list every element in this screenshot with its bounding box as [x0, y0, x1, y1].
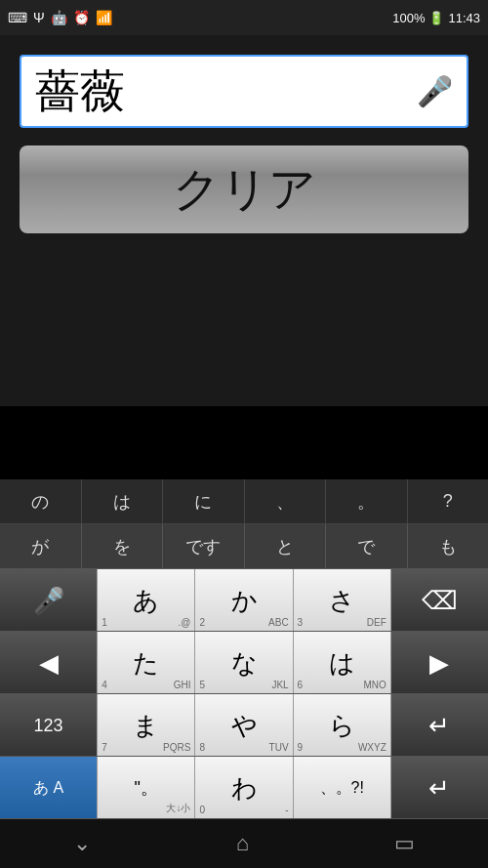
key-な-main: な — [231, 650, 258, 676]
keyboard-area: の は に 、 。 ? が を です と で も 🎤 1 あ .@ 2 か — [0, 479, 488, 819]
key-た[interactable]: 4 た GHI — [98, 632, 195, 693]
main-content-area: 薔薇 🎤 クリア — [0, 35, 488, 406]
suggestion-に[interactable]: に — [163, 479, 245, 523]
quick-suggestion-row: が を です と で も — [0, 524, 488, 569]
key-わ[interactable]: 0 わ - — [195, 757, 293, 818]
time-display: 11:43 — [448, 11, 480, 25]
arrow-left-icon: ◀ — [39, 650, 59, 676]
quick-も[interactable]: も — [408, 524, 489, 568]
bottom-nav: ⌄ ⌂ ▭ — [0, 819, 488, 868]
key-あ-main: あ — [133, 588, 159, 613]
key-ま-main: ま — [133, 713, 159, 738]
key-た-num: 4 — [102, 680, 107, 690]
key-は-main: は — [329, 650, 355, 676]
key-か-main: か — [231, 588, 258, 613]
key-dakuten-main: "。 — [135, 779, 158, 797]
key-か-sub: ABC — [268, 617, 289, 628]
key-さ[interactable]: 3 さ DEF — [294, 569, 391, 631]
key-あ-num: 1 — [102, 617, 107, 628]
key-dakuten-sub: 大↓小 — [166, 802, 190, 815]
key-さ-sub: DEF — [367, 617, 386, 628]
key-や-num: 8 — [199, 742, 205, 753]
home-button[interactable]: ⌂ — [236, 831, 249, 856]
suggestion-question[interactable]: ? — [408, 479, 489, 523]
mic-input-icon[interactable]: 🎤 — [417, 74, 453, 108]
key-row-1: 🎤 1 あ .@ 2 か ABC 3 さ DEF ⌫ — [0, 569, 488, 632]
clear-button[interactable]: クリア — [20, 145, 468, 233]
key-ら-num: 9 — [298, 742, 304, 753]
key-ま[interactable]: 7 ま PQRS — [98, 694, 195, 756]
key-な-sub: JKL — [271, 680, 288, 690]
delete-key[interactable]: ⌫ — [391, 569, 488, 631]
key-あ[interactable]: 1 あ .@ — [98, 569, 195, 631]
key-た-sub: GHI — [174, 680, 191, 690]
arrow-left-key[interactable]: ◀ — [0, 632, 98, 693]
key-punct-main: 、。?! — [320, 780, 364, 796]
suggestion-の[interactable]: の — [0, 479, 82, 523]
key-ま-num: 7 — [102, 742, 107, 753]
quick-で[interactable]: で — [326, 524, 408, 568]
suggestion-period[interactable]: 。 — [326, 479, 408, 523]
key-さ-main: さ — [329, 588, 355, 613]
key-ら-sub: WXYZ — [358, 742, 386, 753]
quick-と[interactable]: と — [245, 524, 327, 568]
status-bar: ⌨ Ψ 🤖 ⏰ 📶 100% 🔋 11:43 — [0, 0, 488, 35]
key-か-num: 2 — [199, 617, 205, 628]
kana-toggle-key[interactable]: あ A — [0, 757, 98, 818]
key-は-num: 6 — [298, 680, 304, 690]
key-dakuten[interactable]: "。 大↓小 — [98, 757, 195, 818]
alarm-icon: ⏰ — [73, 10, 90, 25]
mic-key-icon: 🎤 — [33, 588, 64, 613]
key-や[interactable]: 8 や TUV — [195, 694, 293, 756]
key-あ-sub: .@ — [178, 617, 190, 628]
status-right-info: 100% 🔋 11:43 — [392, 11, 480, 25]
text-input-area[interactable]: 薔薇 🎤 — [20, 55, 468, 128]
arrow-right-icon: ▶ — [429, 650, 449, 676]
status-left-icons: ⌨ Ψ 🤖 ⏰ 📶 — [8, 10, 112, 25]
key-か[interactable]: 2 か ABC — [195, 569, 293, 631]
android-icon: 🤖 — [51, 10, 67, 25]
key-ら-main: ら — [329, 713, 355, 738]
key-punct[interactable]: 、。?! — [294, 757, 391, 818]
keyboard-rows: 🎤 1 あ .@ 2 か ABC 3 さ DEF ⌫ — [0, 569, 488, 819]
key-な[interactable]: 5 な JKL — [195, 632, 293, 693]
suggestion-は[interactable]: は — [82, 479, 164, 523]
key-row-4: あ A "。 大↓小 0 わ - 、。?! ↵ — [0, 757, 488, 819]
key-た-main: た — [133, 650, 159, 676]
mic-key[interactable]: 🎤 — [0, 569, 98, 631]
num-key[interactable]: 123 — [0, 694, 98, 756]
key-ら[interactable]: 9 ら WXYZ — [294, 694, 391, 756]
quick-が[interactable]: が — [0, 524, 82, 568]
keyboard-icon: ⌨ — [8, 10, 27, 25]
key-や-main: や — [231, 713, 258, 738]
return-icon: ↵ — [428, 713, 450, 738]
key-わ-main: わ — [231, 775, 258, 801]
key-は[interactable]: 6 は MNO — [294, 632, 391, 693]
input-text-display: 薔薇 — [35, 66, 125, 116]
usb-icon: Ψ — [33, 10, 45, 25]
recents-button[interactable]: ▭ — [394, 831, 415, 856]
key-な-num: 5 — [199, 680, 205, 690]
key-や-sub: TUV — [269, 742, 289, 753]
arrow-right-key[interactable]: ▶ — [391, 632, 488, 693]
back-button[interactable]: ⌄ — [73, 831, 91, 856]
key-row-3: 123 7 ま PQRS 8 や TUV 9 ら WXYZ ↵ — [0, 694, 488, 757]
key-row-2: ◀ 4 た GHI 5 な JKL 6 は MNO ▶ — [0, 632, 488, 694]
clear-button-label: クリア — [173, 158, 316, 221]
return-key[interactable]: ↵ — [391, 694, 488, 756]
key-は-sub: MNO — [363, 680, 386, 690]
suggestion-bar: の は に 、 。 ? — [0, 479, 488, 524]
enter-key[interactable]: ↵ — [391, 757, 488, 818]
num-key-label: 123 — [34, 717, 63, 734]
wifi-icon: 📶 — [96, 10, 112, 25]
key-さ-num: 3 — [298, 617, 304, 628]
key-わ-num: 0 — [199, 805, 205, 815]
quick-です[interactable]: です — [163, 524, 245, 568]
kana-toggle-label: あ A — [33, 780, 63, 796]
key-ま-sub: PQRS — [163, 742, 190, 753]
battery-text: 100% — [392, 11, 425, 25]
quick-を[interactable]: を — [82, 524, 164, 568]
suggestion-comma[interactable]: 、 — [245, 479, 327, 523]
delete-icon: ⌫ — [422, 588, 458, 613]
battery-icon: 🔋 — [428, 11, 444, 25]
